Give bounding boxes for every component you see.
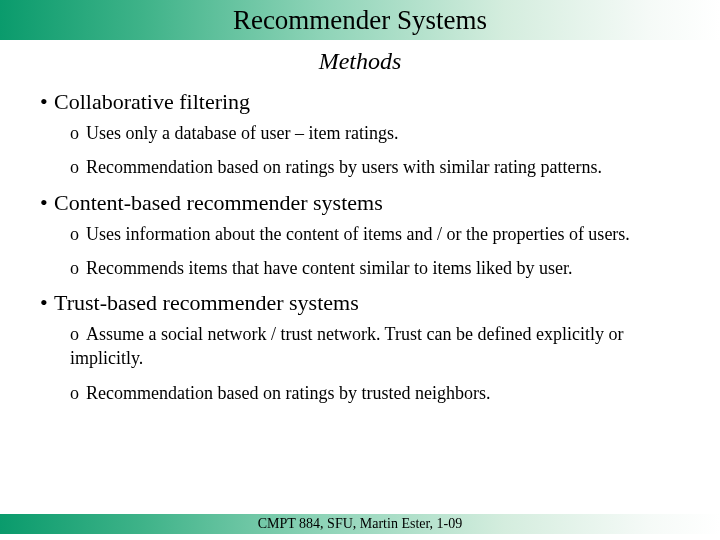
header-bar: Recommender Systems [0,0,720,40]
sub-list: oUses information about the content of i… [40,222,696,281]
slide-subtitle: Methods [0,48,720,75]
sub-item: oRecommends items that have content simi… [70,256,696,280]
bullet-icon: • [40,89,54,115]
slide-title: Recommender Systems [233,5,487,36]
sub-bullet-icon: o [70,322,86,346]
bullet-collaborative: •Collaborative filtering [40,89,696,115]
content-area: •Collaborative filtering oUses only a da… [0,89,720,405]
bullet-icon: • [40,190,54,216]
bullet-content-based: •Content-based recommender systems [40,190,696,216]
sub-bullet-icon: o [70,256,86,280]
footer-text: CMPT 884, SFU, Martin Ester, 1-09 [258,516,463,532]
bullet-trust-based: •Trust-based recommender systems [40,290,696,316]
sub-list: oUses only a database of user – item rat… [40,121,696,180]
sub-item: oUses information about the content of i… [70,222,696,246]
sub-item: oUses only a database of user – item rat… [70,121,696,145]
sub-bullet-icon: o [70,121,86,145]
sub-item-text: Recommendation based on ratings by trust… [86,383,490,403]
sub-item-text: Assume a social network / trust network.… [70,324,623,368]
sub-item-text: Uses information about the content of it… [86,224,630,244]
bullet-heading: Content-based recommender systems [54,190,383,215]
bullet-icon: • [40,290,54,316]
sub-bullet-icon: o [70,222,86,246]
bullet-heading: Trust-based recommender systems [54,290,359,315]
sub-item: oAssume a social network / trust network… [70,322,696,371]
sub-bullet-icon: o [70,381,86,405]
sub-bullet-icon: o [70,155,86,179]
sub-item: oRecommendation based on ratings by trus… [70,381,696,405]
sub-list: oAssume a social network / trust network… [40,322,696,405]
footer-bar: CMPT 884, SFU, Martin Ester, 1-09 [0,514,720,534]
bullet-heading: Collaborative filtering [54,89,250,114]
sub-item-text: Uses only a database of user – item rati… [86,123,398,143]
sub-item-text: Recommends items that have content simil… [86,258,572,278]
sub-item: oRecommendation based on ratings by user… [70,155,696,179]
sub-item-text: Recommendation based on ratings by users… [86,157,602,177]
